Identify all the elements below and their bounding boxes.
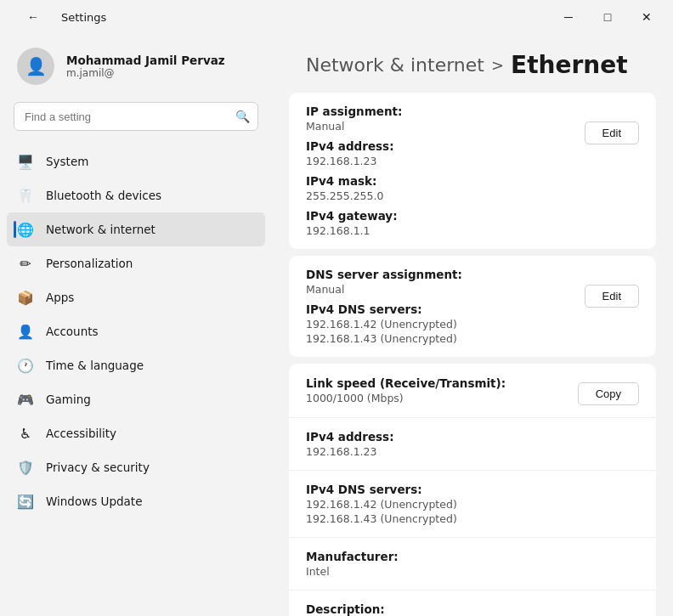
- description-label: Description:: [306, 602, 385, 616]
- titlebar-left: ← Settings: [14, 3, 106, 31]
- user-section: 👤 Mohammad Jamil Pervaz m.jamil@: [0, 34, 272, 102]
- dns-assignment-value: Manual: [306, 283, 462, 296]
- titlebar: ← Settings ─ □ ✕: [0, 0, 673, 34]
- sidebar-item-gaming[interactable]: 🎮Gaming: [7, 382, 265, 416]
- sidebar-item-privacy--security[interactable]: 🛡️Privacy & security: [7, 450, 265, 484]
- nav-label-9: Privacy & security: [46, 461, 150, 474]
- details-dns-info: IPv4 DNS servers: 192.168.1.42 (Unencryp…: [306, 483, 457, 525]
- details-ipv4-value: 192.168.1.23: [306, 445, 394, 458]
- ip-edit-button[interactable]: Edit: [585, 122, 639, 144]
- user-email: m.jamil@: [66, 67, 225, 79]
- details-ipv4-row: IPv4 address: 192.168.1.23: [289, 418, 656, 471]
- nav-label-7: Gaming: [46, 393, 91, 406]
- user-info: Mohammad Jamil Pervaz m.jamil@: [66, 54, 225, 79]
- details-dns-value2: 192.168.1.43 (Unencrypted): [306, 512, 457, 525]
- dns-assignment-label: DNS server assignment:: [306, 268, 462, 281]
- manufacturer-label: Manufacturer:: [306, 550, 399, 563]
- nav-label-1: Bluetooth & devices: [46, 189, 161, 202]
- ipv4-dns-value2: 192.168.1.43 (Unencrypted): [306, 332, 462, 345]
- nav-label-5: Accounts: [46, 325, 99, 338]
- details-ipv4-info: IPv4 address: 192.168.1.23: [306, 430, 394, 458]
- description-row: Description:: [289, 591, 656, 616]
- sidebar-item-time--language[interactable]: 🕐Time & language: [7, 348, 265, 382]
- back-button[interactable]: ←: [14, 3, 53, 31]
- ipv4-gateway-label: IPv4 gateway:: [306, 209, 402, 223]
- breadcrumb-separator: >: [491, 56, 504, 74]
- breadcrumb-current: Ethernet: [511, 51, 628, 79]
- ip-assignment-value: Manual: [306, 120, 402, 133]
- sidebar-item-network--internet[interactable]: 🌐Network & internet: [7, 212, 265, 246]
- titlebar-title: Settings: [61, 11, 106, 24]
- dns-edit-button[interactable]: Edit: [585, 285, 639, 308]
- manufacturer-info: Manufacturer: Intel: [306, 550, 399, 578]
- manufacturer-row: Manufacturer: Intel: [289, 538, 656, 591]
- nav-icon-10: 🔄: [17, 493, 34, 510]
- nav-label-0: System: [46, 155, 88, 168]
- details-dns-row: IPv4 DNS servers: 192.168.1.42 (Unencryp…: [289, 471, 656, 538]
- nav-icon-2: 🌐: [17, 221, 34, 238]
- nav-icon-9: 🛡️: [17, 459, 34, 476]
- nav-icon-8: ♿: [17, 425, 34, 442]
- ip-assignment-info: IP assignment: Manual IPv4 address: 192.…: [306, 105, 402, 237]
- details-ipv4-label: IPv4 address:: [306, 430, 394, 444]
- close-button[interactable]: ✕: [627, 3, 666, 31]
- nav-label-4: Apps: [46, 291, 74, 304]
- ipv4-address-label: IPv4 address:: [306, 139, 402, 153]
- dns-assignment-row: DNS server assignment: Manual IPv4 DNS s…: [289, 256, 656, 357]
- content-scroll: IP assignment: Manual IPv4 address: 192.…: [272, 93, 673, 616]
- link-speed-value: 1000/1000 (Mbps): [306, 392, 506, 404]
- manufacturer-value: Intel: [306, 565, 399, 578]
- user-name: Mohammad Jamil Pervaz: [66, 54, 225, 67]
- link-speed-label: Link speed (Receive/Transmit):: [306, 376, 506, 390]
- dns-assignment-info: DNS server assignment: Manual IPv4 DNS s…: [306, 268, 462, 345]
- sidebar-item-windows-update[interactable]: 🔄Windows Update: [7, 484, 265, 518]
- ipv4-mask-label: IPv4 mask:: [306, 174, 402, 188]
- ipv4-gateway-value: 192.168.1.1: [306, 224, 402, 237]
- nav-icon-7: 🎮: [17, 391, 34, 408]
- page-header: Network & internet > Ethernet: [272, 34, 673, 93]
- ip-assignment-row: IP assignment: Manual IPv4 address: 192.…: [289, 93, 656, 249]
- content-area: Network & internet > Ethernet IP assignm…: [272, 34, 673, 616]
- dns-assignment-card: DNS server assignment: Manual IPv4 DNS s…: [289, 256, 656, 357]
- titlebar-controls: ─ □ ✕: [549, 3, 666, 31]
- nav-icon-4: 📦: [17, 289, 34, 306]
- nav-icon-3: ✏️: [17, 255, 34, 272]
- copy-button[interactable]: Copy: [578, 382, 639, 405]
- sidebar-item-bluetooth--devices[interactable]: 🦷Bluetooth & devices: [7, 178, 265, 212]
- nav-items: 🖥️System🦷Bluetooth & devices🌐Network & i…: [0, 141, 272, 522]
- link-speed-row: Link speed (Receive/Transmit): 1000/1000…: [289, 364, 656, 418]
- avatar: 👤: [17, 48, 54, 85]
- ipv4-dns-value1: 192.168.1.42 (Unencrypted): [306, 318, 462, 331]
- ip-assignment-card: IP assignment: Manual IPv4 address: 192.…: [289, 93, 656, 249]
- nav-icon-0: 🖥️: [17, 153, 34, 170]
- breadcrumb-parent[interactable]: Network & internet: [306, 54, 484, 76]
- details-dns-label: IPv4 DNS servers:: [306, 483, 457, 496]
- sidebar: 👤 Mohammad Jamil Pervaz m.jamil@ 🔍 🖥️Sys…: [0, 34, 272, 616]
- nav-label-8: Accessibility: [46, 427, 116, 440]
- maximize-button[interactable]: □: [588, 3, 627, 31]
- sidebar-item-accessibility[interactable]: ♿Accessibility: [7, 416, 265, 450]
- nav-label-10: Windows Update: [46, 494, 142, 508]
- minimize-button[interactable]: ─: [549, 3, 588, 31]
- sidebar-item-personalization[interactable]: ✏️Personalization: [7, 246, 265, 280]
- link-speed-card: Link speed (Receive/Transmit): 1000/1000…: [289, 364, 656, 616]
- details-dns-value1: 192.168.1.42 (Unencrypted): [306, 498, 457, 511]
- nav-icon-1: 🦷: [17, 187, 34, 204]
- breadcrumb: Network & internet > Ethernet: [306, 51, 639, 79]
- ipv4-address-value: 192.168.1.23: [306, 155, 402, 167]
- search-input[interactable]: [14, 102, 258, 131]
- link-speed-info: Link speed (Receive/Transmit): 1000/1000…: [306, 376, 506, 404]
- nav-label-3: Personalization: [46, 257, 133, 270]
- search-box: 🔍: [14, 102, 258, 131]
- nav-label-2: Network & internet: [46, 223, 156, 236]
- app-body: 👤 Mohammad Jamil Pervaz m.jamil@ 🔍 🖥️Sys…: [0, 34, 673, 616]
- sidebar-item-accounts[interactable]: 👤Accounts: [7, 314, 265, 348]
- description-info: Description:: [306, 602, 385, 616]
- ip-assignment-label: IP assignment:: [306, 105, 402, 118]
- nav-icon-6: 🕐: [17, 357, 34, 374]
- nav-label-6: Time & language: [46, 359, 144, 372]
- sidebar-item-system[interactable]: 🖥️System: [7, 144, 265, 178]
- nav-icon-5: 👤: [17, 323, 34, 340]
- sidebar-item-apps[interactable]: 📦Apps: [7, 280, 265, 314]
- ipv4-mask-value: 255.255.255.0: [306, 189, 402, 202]
